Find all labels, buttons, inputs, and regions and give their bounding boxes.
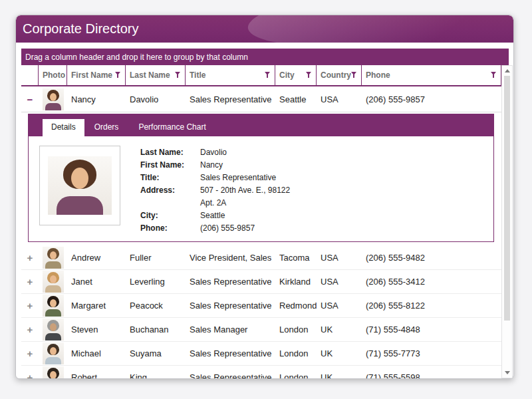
title-cell: Vice President, Sales (186, 253, 275, 263)
column-header-photo[interactable]: Photo (39, 65, 67, 85)
field-value: Seattle (200, 209, 225, 222)
city-cell: Kirkland (275, 277, 317, 287)
group-hint-text: Drag a column header and drop it here to… (25, 53, 248, 62)
last-name-cell: King (126, 372, 186, 378)
avatar-part (50, 251, 57, 259)
scroll-up-icon[interactable] (505, 69, 510, 72)
detail-tab-content: Last Name: Davolio First Name: Nancy Tit… (28, 136, 494, 242)
photo-cell (39, 295, 67, 317)
country-cell: USA (317, 301, 362, 311)
filter-icon[interactable] (306, 72, 312, 78)
avatar-part (45, 285, 61, 293)
column-label: Last Name (130, 70, 170, 80)
detail-photo-nancy (48, 156, 112, 215)
phone-cell: (206) 555-9482 (362, 253, 501, 263)
expand-button[interactable]: + (21, 301, 39, 311)
field-value: 507 - 20th Ave. E., 98122 Apt. 2A (200, 184, 290, 209)
first-name-cell: Steven (67, 325, 126, 334)
detail-photo-frame (39, 146, 120, 225)
first-name-cell: Janet (67, 277, 126, 287)
employee-photo-steven (43, 319, 64, 340)
first-name-cell: Andrew (67, 253, 126, 263)
employee-row-steven[interactable]: + Steven Buchanan Sales Manager (21, 318, 501, 342)
employee-row-robert[interactable]: + Robert King Sales Representative (21, 366, 501, 378)
phone-cell: (71) 555-5598 (362, 372, 501, 378)
filter-icon[interactable] (491, 72, 497, 78)
detail-field-first-name: First Name: Nancy (140, 159, 290, 172)
detail-tab-strip: Details Orders Performance Chart (28, 114, 494, 136)
employee-photo-michael (43, 342, 64, 364)
field-label: First Name: (140, 159, 200, 172)
employee-row-janet[interactable]: + Janet Leverling Sales Representative (21, 270, 501, 294)
minus-icon: − (27, 94, 33, 104)
column-header-last-name[interactable]: Last Name (126, 65, 186, 85)
employee-photo-nancy (43, 88, 64, 110)
scroll-down-icon[interactable] (505, 371, 510, 374)
column-label: City (279, 70, 295, 80)
employee-row-nancy[interactable]: − Nancy Davolio Sales Representative (21, 86, 501, 112)
column-header-first-name[interactable]: First Name (67, 65, 126, 85)
detail-fields: Last Name: Davolio First Name: Nancy Tit… (140, 146, 290, 241)
column-header-city[interactable]: City (275, 65, 317, 85)
tab-performance-chart[interactable]: Performance Chart (128, 118, 215, 136)
phone-cell: (206) 555-8122 (362, 301, 501, 311)
phone-cell: (206) 555-9857 (362, 94, 501, 104)
detail-field-phone: Phone: (206) 555-9857 (140, 222, 290, 235)
detail-field-address: Address: 507 - 20th Ave. E., 98122 Apt. … (140, 184, 290, 209)
expand-button[interactable]: + (21, 348, 39, 358)
employee-row-margaret[interactable]: + Margaret Peacock Sales Representative (21, 294, 501, 318)
photo-cell (39, 247, 67, 269)
filter-icon[interactable] (265, 72, 271, 78)
avatar-part (50, 323, 57, 331)
group-drop-zone[interactable]: Drag a column header and drop it here to… (21, 49, 509, 65)
employee-photo-robert (43, 366, 64, 378)
phone-cell: (71) 555-4848 (362, 325, 501, 334)
employee-row-andrew[interactable]: + Andrew Fuller Vice President, Sales (21, 246, 501, 270)
column-header-expander (21, 65, 39, 85)
column-label: Title (190, 70, 205, 80)
title-cell: Sales Representative (186, 277, 275, 287)
grid: Photo First Name Last Name Title (21, 65, 513, 378)
city-cell: London (275, 372, 317, 378)
last-name-cell: Fuller (126, 253, 186, 263)
column-label: First Name (71, 70, 112, 80)
country-cell: USA (317, 277, 362, 287)
plus-icon: + (27, 372, 33, 378)
tab-orders[interactable]: Orders (84, 118, 129, 136)
scrollbar-thumb[interactable] (504, 76, 510, 321)
title-cell: Sales Representative (186, 372, 275, 378)
filter-icon[interactable] (175, 72, 181, 78)
column-header-country[interactable]: Country (317, 65, 362, 85)
filter-icon[interactable] (351, 72, 357, 78)
avatar-part (45, 261, 61, 269)
tab-details[interactable]: Details (43, 119, 84, 136)
photo-cell (39, 88, 67, 110)
plus-icon: + (27, 325, 33, 334)
last-name-cell: Peacock (126, 301, 186, 311)
expand-button[interactable]: + (21, 325, 39, 334)
vertical-scrollbar[interactable] (501, 65, 513, 378)
window-title-bar: Corporate Directory (16, 15, 513, 43)
expand-button[interactable]: + (21, 253, 39, 263)
employee-photo-janet (43, 271, 64, 293)
avatar-part (71, 168, 88, 189)
grid-container: Drag a column header and drop it here to… (21, 49, 511, 378)
country-cell: UK (317, 348, 362, 358)
photo-cell (39, 366, 67, 378)
plus-icon: + (27, 277, 33, 287)
field-label: Title: (140, 172, 200, 184)
field-label: Address: (140, 184, 200, 209)
corporate-directory-window: Corporate Directory Drag a column header… (15, 15, 514, 379)
detail-field-city: City: Seattle (140, 209, 290, 222)
employee-photo-margaret (43, 295, 64, 317)
first-name-cell: Robert (67, 372, 126, 378)
collapse-button[interactable]: − (21, 94, 39, 104)
column-header-phone[interactable]: Phone (362, 65, 501, 85)
expand-button[interactable]: + (21, 372, 39, 378)
column-header-title[interactable]: Title (186, 65, 275, 85)
employee-row-michael[interactable]: + Michael Suyama Sales Representative (21, 342, 501, 366)
expand-button[interactable]: + (21, 277, 39, 287)
filter-icon[interactable] (115, 72, 121, 78)
country-cell: UK (317, 325, 362, 334)
field-label: City: (140, 209, 200, 222)
